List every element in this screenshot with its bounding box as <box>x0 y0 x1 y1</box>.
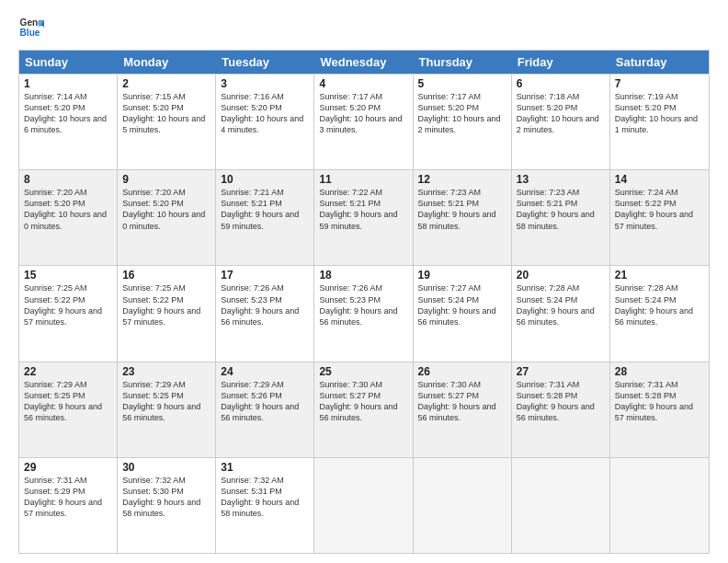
cell-info: Sunrise: 7:15 AMSunset: 5:20 PMDaylight:… <box>122 91 210 136</box>
cell-info: Sunrise: 7:31 AMSunset: 5:28 PMDaylight:… <box>615 379 704 424</box>
day-number: 8 <box>24 173 112 186</box>
calendar-cell: 24Sunrise: 7:29 AMSunset: 5:26 PMDayligh… <box>216 362 314 457</box>
day-number: 13 <box>517 173 605 186</box>
cell-info: Sunrise: 7:19 AMSunset: 5:20 PMDaylight:… <box>615 91 704 136</box>
calendar-cell: 25Sunrise: 7:30 AMSunset: 5:27 PMDayligh… <box>314 362 413 457</box>
day-number: 20 <box>517 269 605 282</box>
calendar-row: 15Sunrise: 7:25 AMSunset: 5:22 PMDayligh… <box>19 265 709 361</box>
calendar-cell: 28Sunrise: 7:31 AMSunset: 5:28 PMDayligh… <box>610 362 709 457</box>
day-number: 18 <box>319 269 407 282</box>
day-number: 6 <box>517 77 605 90</box>
day-number: 15 <box>24 269 112 282</box>
cell-info: Sunrise: 7:20 AMSunset: 5:20 PMDaylight:… <box>24 187 112 232</box>
svg-text:Blue: Blue <box>20 28 40 38</box>
day-number: 25 <box>319 365 407 378</box>
calendar-header-cell: Thursday <box>414 51 512 74</box>
day-number: 22 <box>24 365 112 378</box>
calendar-cell: 5Sunrise: 7:17 AMSunset: 5:20 PMDaylight… <box>414 75 512 169</box>
calendar-header-cell: Friday <box>512 51 610 74</box>
calendar-cell: 21Sunrise: 7:28 AMSunset: 5:24 PMDayligh… <box>610 266 709 361</box>
cell-info: Sunrise: 7:30 AMSunset: 5:27 PMDaylight:… <box>319 379 407 424</box>
day-number: 30 <box>122 461 210 474</box>
cell-info: Sunrise: 7:26 AMSunset: 5:23 PMDaylight:… <box>319 282 407 327</box>
calendar-row: 8Sunrise: 7:20 AMSunset: 5:20 PMDaylight… <box>19 169 709 265</box>
calendar: SundayMondayTuesdayWednesdayThursdayFrid… <box>18 50 710 554</box>
cell-info: Sunrise: 7:26 AMSunset: 5:23 PMDaylight:… <box>221 282 309 327</box>
calendar-cell: 27Sunrise: 7:31 AMSunset: 5:28 PMDayligh… <box>512 362 610 457</box>
day-number: 10 <box>221 173 309 186</box>
day-number: 4 <box>319 77 407 90</box>
logo: General Blue <box>18 15 48 40</box>
day-number: 2 <box>122 77 210 90</box>
day-number: 3 <box>221 77 309 90</box>
cell-info: Sunrise: 7:22 AMSunset: 5:21 PMDaylight:… <box>319 187 407 232</box>
cell-info: Sunrise: 7:28 AMSunset: 5:24 PMDaylight:… <box>517 282 605 327</box>
calendar-cell: 12Sunrise: 7:23 AMSunset: 5:21 PMDayligh… <box>414 170 512 265</box>
day-number: 17 <box>221 269 309 282</box>
calendar-row: 22Sunrise: 7:29 AMSunset: 5:25 PMDayligh… <box>19 362 709 457</box>
cell-info: Sunrise: 7:17 AMSunset: 5:20 PMDaylight:… <box>319 91 407 136</box>
calendar-cell: 31Sunrise: 7:32 AMSunset: 5:31 PMDayligh… <box>216 458 314 553</box>
calendar-cell: 17Sunrise: 7:26 AMSunset: 5:23 PMDayligh… <box>216 266 314 361</box>
cell-info: Sunrise: 7:29 AMSunset: 5:26 PMDaylight:… <box>221 379 309 424</box>
day-number: 27 <box>517 365 605 378</box>
calendar-cell: 10Sunrise: 7:21 AMSunset: 5:21 PMDayligh… <box>216 170 314 265</box>
day-number: 1 <box>24 77 112 90</box>
calendar-cell: 20Sunrise: 7:28 AMSunset: 5:24 PMDayligh… <box>512 266 610 361</box>
day-number: 31 <box>221 461 309 474</box>
cell-info: Sunrise: 7:28 AMSunset: 5:24 PMDaylight:… <box>615 282 704 327</box>
day-number: 11 <box>319 173 407 186</box>
page: General Blue SundayMondayTuesdayWednesda… <box>0 0 728 563</box>
cell-info: Sunrise: 7:25 AMSunset: 5:22 PMDaylight:… <box>24 282 112 327</box>
day-number: 19 <box>418 269 506 282</box>
day-number: 9 <box>122 173 210 186</box>
cell-info: Sunrise: 7:23 AMSunset: 5:21 PMDaylight:… <box>418 187 506 232</box>
cell-info: Sunrise: 7:21 AMSunset: 5:21 PMDaylight:… <box>221 187 309 232</box>
calendar-cell: 1Sunrise: 7:14 AMSunset: 5:20 PMDaylight… <box>19 75 118 169</box>
calendar-row: 29Sunrise: 7:31 AMSunset: 5:29 PMDayligh… <box>19 457 709 553</box>
calendar-cell: 4Sunrise: 7:17 AMSunset: 5:20 PMDaylight… <box>314 75 413 169</box>
calendar-header: SundayMondayTuesdayWednesdayThursdayFrid… <box>19 51 709 74</box>
day-number: 28 <box>615 365 704 378</box>
day-number: 7 <box>615 77 704 90</box>
header: General Blue <box>18 15 710 40</box>
calendar-cell: 14Sunrise: 7:24 AMSunset: 5:22 PMDayligh… <box>610 170 709 265</box>
cell-info: Sunrise: 7:27 AMSunset: 5:24 PMDaylight:… <box>418 282 506 327</box>
calendar-cell <box>512 458 610 553</box>
calendar-cell: 9Sunrise: 7:20 AMSunset: 5:20 PMDaylight… <box>118 170 216 265</box>
calendar-header-cell: Saturday <box>610 51 709 74</box>
day-number: 24 <box>221 365 309 378</box>
calendar-header-cell: Wednesday <box>314 51 413 74</box>
calendar-cell <box>314 458 413 553</box>
cell-info: Sunrise: 7:23 AMSunset: 5:21 PMDaylight:… <box>517 187 605 232</box>
cell-info: Sunrise: 7:14 AMSunset: 5:20 PMDaylight:… <box>24 91 112 136</box>
cell-info: Sunrise: 7:30 AMSunset: 5:27 PMDaylight:… <box>418 379 506 424</box>
calendar-cell: 18Sunrise: 7:26 AMSunset: 5:23 PMDayligh… <box>314 266 413 361</box>
calendar-cell: 19Sunrise: 7:27 AMSunset: 5:24 PMDayligh… <box>414 266 512 361</box>
calendar-header-cell: Tuesday <box>216 51 314 74</box>
day-number: 5 <box>418 77 506 90</box>
day-number: 14 <box>615 173 704 186</box>
calendar-cell <box>414 458 512 553</box>
cell-info: Sunrise: 7:25 AMSunset: 5:22 PMDaylight:… <box>122 282 210 327</box>
day-number: 12 <box>418 173 506 186</box>
calendar-cell: 7Sunrise: 7:19 AMSunset: 5:20 PMDaylight… <box>610 75 709 169</box>
calendar-cell: 6Sunrise: 7:18 AMSunset: 5:20 PMDaylight… <box>512 75 610 169</box>
calendar-body: 1Sunrise: 7:14 AMSunset: 5:20 PMDaylight… <box>19 74 709 553</box>
calendar-cell: 22Sunrise: 7:29 AMSunset: 5:25 PMDayligh… <box>19 362 118 457</box>
day-number: 26 <box>418 365 506 378</box>
day-number: 29 <box>24 461 112 474</box>
calendar-cell: 23Sunrise: 7:29 AMSunset: 5:25 PMDayligh… <box>118 362 216 457</box>
cell-info: Sunrise: 7:32 AMSunset: 5:30 PMDaylight:… <box>122 475 210 520</box>
calendar-row: 1Sunrise: 7:14 AMSunset: 5:20 PMDaylight… <box>19 74 709 169</box>
calendar-cell <box>610 458 709 553</box>
cell-info: Sunrise: 7:17 AMSunset: 5:20 PMDaylight:… <box>418 91 506 136</box>
calendar-cell: 13Sunrise: 7:23 AMSunset: 5:21 PMDayligh… <box>512 170 610 265</box>
cell-info: Sunrise: 7:31 AMSunset: 5:28 PMDaylight:… <box>517 379 605 424</box>
calendar-cell: 2Sunrise: 7:15 AMSunset: 5:20 PMDaylight… <box>118 75 216 169</box>
cell-info: Sunrise: 7:18 AMSunset: 5:20 PMDaylight:… <box>517 91 605 136</box>
calendar-cell: 29Sunrise: 7:31 AMSunset: 5:29 PMDayligh… <box>19 458 118 553</box>
calendar-cell: 26Sunrise: 7:30 AMSunset: 5:27 PMDayligh… <box>414 362 512 457</box>
day-number: 21 <box>615 269 704 282</box>
calendar-cell: 8Sunrise: 7:20 AMSunset: 5:20 PMDaylight… <box>19 170 118 265</box>
